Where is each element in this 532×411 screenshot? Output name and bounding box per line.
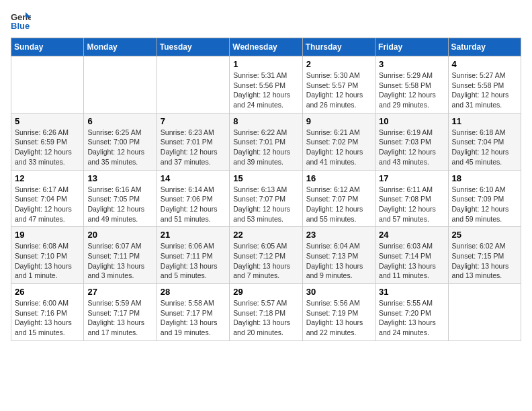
calendar-cell: 12Sunrise: 6:17 AM Sunset: 7:04 PM Dayli… [11,170,84,227]
calendar-cell: 28Sunrise: 5:58 AM Sunset: 7:17 PM Dayli… [157,284,229,341]
day-info: Sunrise: 6:23 AM Sunset: 7:01 PM Dayligh… [161,128,226,167]
day-number: 2 [306,59,371,69]
calendar-week-row: 1Sunrise: 5:31 AM Sunset: 5:56 PM Daylig… [11,56,521,113]
calendar-cell: 20Sunrise: 6:07 AM Sunset: 7:11 PM Dayli… [84,227,157,284]
day-info: Sunrise: 5:55 AM Sunset: 7:20 PM Dayligh… [379,298,444,338]
day-number: 30 [306,287,371,297]
day-number: 10 [379,116,444,126]
day-number: 16 [306,173,371,183]
calendar-cell: 25Sunrise: 6:02 AM Sunset: 7:15 PM Dayli… [448,227,521,284]
day-number: 3 [379,59,444,69]
calendar-cell: 8Sunrise: 6:22 AM Sunset: 7:01 PM Daylig… [230,113,302,170]
calendar-cell: 13Sunrise: 6:16 AM Sunset: 7:05 PM Dayli… [84,170,157,227]
logo: General Blue [11,11,35,31]
day-info: Sunrise: 5:56 AM Sunset: 7:19 PM Dayligh… [306,298,371,338]
svg-text:Blue: Blue [11,21,30,31]
day-number: 23 [306,230,371,240]
day-number: 5 [15,116,80,126]
logo-icon: General Blue [11,11,31,31]
day-number: 17 [379,173,444,183]
calendar-cell [84,56,157,113]
day-info: Sunrise: 6:16 AM Sunset: 7:05 PM Dayligh… [87,185,152,224]
day-info: Sunrise: 5:57 AM Sunset: 7:18 PM Dayligh… [233,298,298,338]
day-info: Sunrise: 6:03 AM Sunset: 7:14 PM Dayligh… [379,241,444,281]
page-header: General Blue [11,11,521,31]
day-number: 6 [87,116,152,126]
calendar-cell: 18Sunrise: 6:10 AM Sunset: 7:09 PM Dayli… [448,170,521,227]
calendar-cell: 21Sunrise: 6:06 AM Sunset: 7:11 PM Dayli… [157,227,229,284]
day-info: Sunrise: 5:27 AM Sunset: 5:58 PM Dayligh… [452,71,517,110]
calendar-cell: 1Sunrise: 5:31 AM Sunset: 5:56 PM Daylig… [230,56,302,113]
calendar-week-row: 19Sunrise: 6:08 AM Sunset: 7:10 PM Dayli… [11,227,521,284]
day-number: 20 [87,230,152,240]
calendar-cell: 4Sunrise: 5:27 AM Sunset: 5:58 PM Daylig… [448,56,521,113]
calendar-cell: 10Sunrise: 6:19 AM Sunset: 7:03 PM Dayli… [375,113,448,170]
calendar-cell: 19Sunrise: 6:08 AM Sunset: 7:10 PM Dayli… [11,227,84,284]
day-number: 27 [87,287,152,297]
calendar-cell [11,56,84,113]
day-number: 26 [15,287,80,297]
day-info: Sunrise: 6:12 AM Sunset: 7:07 PM Dayligh… [306,185,371,224]
calendar-cell: 7Sunrise: 6:23 AM Sunset: 7:01 PM Daylig… [157,113,229,170]
calendar-cell: 16Sunrise: 6:12 AM Sunset: 7:07 PM Dayli… [302,170,375,227]
day-info: Sunrise: 6:10 AM Sunset: 7:09 PM Dayligh… [452,185,517,224]
day-info: Sunrise: 5:58 AM Sunset: 7:17 PM Dayligh… [161,298,226,338]
calendar-table: SundayMondayTuesdayWednesdayThursdayFrid… [11,38,521,341]
day-number: 15 [233,173,298,183]
day-number: 29 [233,287,298,297]
day-number: 31 [379,287,444,297]
day-number: 14 [161,173,226,183]
day-info: Sunrise: 6:21 AM Sunset: 7:02 PM Dayligh… [306,128,371,167]
weekday-header: Monday [84,38,157,56]
day-info: Sunrise: 6:14 AM Sunset: 7:06 PM Dayligh… [161,185,226,224]
weekday-header: Friday [375,38,448,56]
calendar-cell: 27Sunrise: 5:59 AM Sunset: 7:17 PM Dayli… [84,284,157,341]
weekday-header: Sunday [11,38,84,56]
calendar-cell: 15Sunrise: 6:13 AM Sunset: 7:07 PM Dayli… [230,170,302,227]
calendar-week-row: 12Sunrise: 6:17 AM Sunset: 7:04 PM Dayli… [11,170,521,227]
weekday-header: Tuesday [157,38,229,56]
day-info: Sunrise: 6:06 AM Sunset: 7:11 PM Dayligh… [161,241,226,281]
day-number: 9 [306,116,371,126]
calendar-cell: 3Sunrise: 5:29 AM Sunset: 5:58 PM Daylig… [375,56,448,113]
calendar-cell: 6Sunrise: 6:25 AM Sunset: 7:00 PM Daylig… [84,113,157,170]
day-number: 12 [15,173,80,183]
calendar-header-row: SundayMondayTuesdayWednesdayThursdayFrid… [11,38,521,56]
day-info: Sunrise: 6:08 AM Sunset: 7:10 PM Dayligh… [15,241,80,281]
day-number: 7 [161,116,226,126]
calendar-cell: 11Sunrise: 6:18 AM Sunset: 7:04 PM Dayli… [448,113,521,170]
calendar-cell [157,56,229,113]
weekday-header: Saturday [448,38,521,56]
day-info: Sunrise: 6:04 AM Sunset: 7:13 PM Dayligh… [306,241,371,281]
calendar-cell: 23Sunrise: 6:04 AM Sunset: 7:13 PM Dayli… [302,227,375,284]
calendar-cell: 2Sunrise: 5:30 AM Sunset: 5:57 PM Daylig… [302,56,375,113]
calendar-cell [448,284,521,341]
day-number: 18 [452,173,517,183]
day-number: 11 [452,116,517,126]
calendar-cell: 30Sunrise: 5:56 AM Sunset: 7:19 PM Dayli… [302,284,375,341]
day-info: Sunrise: 5:59 AM Sunset: 7:17 PM Dayligh… [87,298,152,338]
calendar-week-row: 26Sunrise: 6:00 AM Sunset: 7:16 PM Dayli… [11,284,521,341]
day-info: Sunrise: 5:31 AM Sunset: 5:56 PM Dayligh… [233,71,298,110]
day-number: 19 [15,230,80,240]
day-info: Sunrise: 6:11 AM Sunset: 7:08 PM Dayligh… [379,185,444,224]
day-number: 24 [379,230,444,240]
day-info: Sunrise: 6:26 AM Sunset: 6:59 PM Dayligh… [15,128,80,167]
day-number: 28 [161,287,226,297]
day-info: Sunrise: 6:02 AM Sunset: 7:15 PM Dayligh… [452,241,517,281]
day-info: Sunrise: 6:05 AM Sunset: 7:12 PM Dayligh… [233,241,298,281]
calendar-cell: 9Sunrise: 6:21 AM Sunset: 7:02 PM Daylig… [302,113,375,170]
calendar-cell: 22Sunrise: 6:05 AM Sunset: 7:12 PM Dayli… [230,227,302,284]
calendar-cell: 29Sunrise: 5:57 AM Sunset: 7:18 PM Dayli… [230,284,302,341]
day-info: Sunrise: 5:29 AM Sunset: 5:58 PM Dayligh… [379,71,444,110]
calendar-cell: 26Sunrise: 6:00 AM Sunset: 7:16 PM Dayli… [11,284,84,341]
day-number: 1 [233,59,298,69]
day-info: Sunrise: 6:07 AM Sunset: 7:11 PM Dayligh… [87,241,152,281]
day-info: Sunrise: 6:17 AM Sunset: 7:04 PM Dayligh… [15,185,80,224]
day-info: Sunrise: 6:13 AM Sunset: 7:07 PM Dayligh… [233,185,298,224]
calendar-week-row: 5Sunrise: 6:26 AM Sunset: 6:59 PM Daylig… [11,113,521,170]
calendar-cell: 5Sunrise: 6:26 AM Sunset: 6:59 PM Daylig… [11,113,84,170]
calendar-cell: 17Sunrise: 6:11 AM Sunset: 7:08 PM Dayli… [375,170,448,227]
day-number: 25 [452,230,517,240]
day-info: Sunrise: 6:18 AM Sunset: 7:04 PM Dayligh… [452,128,517,167]
